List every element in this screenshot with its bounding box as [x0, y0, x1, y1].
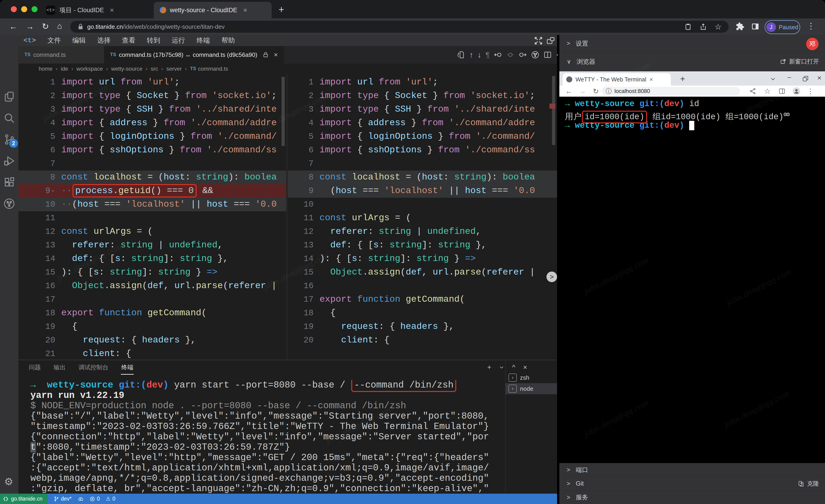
panel-tab-output[interactable]: 输出	[54, 363, 66, 371]
editor-tab-command-ts[interactable]: TS command.ts	[18, 46, 104, 64]
breadcrumb-file[interactable]: command.ts	[198, 66, 228, 72]
restore-window-icon[interactable]	[802, 76, 809, 82]
panel-tab-terminal[interactable]: 终端	[121, 363, 133, 371]
scrollbar-thumb[interactable]	[282, 77, 285, 146]
terminal-dropdown-icon[interactable]	[499, 365, 504, 370]
terminal-line: {"label":"Wetty","level":"http","message…	[30, 452, 507, 463]
browser-menu-icon[interactable]: ⋮	[807, 21, 815, 31]
embedded-address-bar[interactable]: ⓘ localhost:8080	[602, 87, 740, 95]
tab-search-chevron-icon[interactable]	[770, 76, 776, 82]
panel-tab-debug-console[interactable]: 调试控制台	[78, 363, 108, 371]
browser-menu-icon[interactable]: ⋮	[807, 87, 814, 95]
run-debug-icon[interactable]	[3, 155, 15, 167]
maximize-window-button[interactable]	[31, 6, 38, 12]
fullscreen-icon[interactable]	[534, 36, 543, 46]
sync-indicator[interactable]	[78, 496, 84, 502]
close-tab-icon[interactable]: ×	[650, 76, 653, 83]
close-tab-icon[interactable]: ×	[110, 6, 114, 14]
menu-terminal[interactable]: 终端	[197, 36, 210, 45]
close-window-button[interactable]	[11, 6, 17, 12]
close-panel-icon[interactable]: ×	[523, 363, 527, 371]
menu-help[interactable]: 帮助	[221, 36, 235, 45]
new-tab-button[interactable]: +	[279, 4, 284, 15]
section-git[interactable]: > Git 克隆	[559, 477, 825, 491]
explorer-icon[interactable]	[3, 91, 15, 103]
project-manager-icon[interactable]	[3, 198, 15, 209]
menu-file[interactable]: 文件	[48, 36, 61, 45]
extensions-puzzle-icon[interactable]	[736, 22, 744, 31]
minimize-icon[interactable]: −	[787, 74, 792, 81]
new-terminal-icon[interactable]: +	[487, 363, 492, 371]
new-tab-icon[interactable]: +	[680, 74, 685, 84]
chevron-collapsed-icon: >	[567, 480, 570, 487]
diff-modified-pane[interactable]: 1import url from 'url';2import type { So…	[288, 74, 557, 360]
compare-icon[interactable]	[531, 51, 539, 59]
back-icon[interactable]: ←	[565, 87, 572, 95]
diff-original-pane[interactable]: 1import url from 'url';2import type { So…	[18, 74, 286, 360]
forward-icon[interactable]: →	[26, 22, 34, 31]
browser-tab-wetty-source[interactable]: wetty-source - CloudIDE ×	[154, 2, 272, 18]
editor-tab-diff[interactable]: TS command.ts (17b75c98) ↔ command.ts (d…	[104, 46, 284, 64]
menu-run[interactable]: 运行	[172, 36, 185, 45]
breadcrumb-item[interactable]: ide	[61, 66, 68, 72]
breadcrumb-item[interactable]: wetty-source	[111, 66, 143, 72]
layout-icon[interactable]	[546, 36, 556, 46]
section-browser[interactable]: ∨ 浏览器 新窗口打开	[559, 52, 825, 71]
errors-indicator[interactable]: 0	[89, 496, 100, 502]
panel-toggle-chevron[interactable]: >	[546, 271, 557, 282]
git-branch-indicator[interactable]: dev*	[54, 496, 72, 502]
next-change-icon[interactable]	[519, 51, 527, 59]
menu-goto[interactable]: 转到	[147, 36, 160, 45]
menu-view[interactable]: 查看	[122, 36, 135, 45]
breadcrumb-item[interactable]: home	[39, 66, 53, 72]
split-editor-icon[interactable]	[543, 51, 552, 59]
search-icon[interactable]	[3, 112, 15, 124]
next-icon[interactable]: ↓	[477, 51, 481, 59]
cloud-upload-icon	[78, 496, 84, 502]
menu-edit[interactable]: 编辑	[72, 36, 86, 45]
close-window-icon[interactable]: ×	[817, 74, 822, 82]
clone-button[interactable]: 克隆	[798, 480, 819, 488]
chevron-right-icon: ›	[71, 66, 73, 72]
terminal-list: › zsh › node	[505, 372, 557, 394]
whitespace-icon[interactable]: ¶	[485, 51, 490, 59]
close-tab-icon[interactable]: ×	[243, 6, 247, 14]
section-services[interactable]: > 服务	[559, 491, 825, 504]
clipboard-icon[interactable]	[684, 23, 692, 30]
terminal-list-item-zsh[interactable]: › zsh	[505, 372, 557, 383]
maximize-panel-icon[interactable]: ^	[512, 363, 515, 371]
share-icon[interactable]	[749, 88, 756, 95]
share-icon[interactable]	[699, 23, 707, 30]
home-icon[interactable]: ⌂	[57, 21, 62, 31]
address-bar[interactable]: go.titanide.cn/ide/web/coding/wetty-sour…	[70, 21, 729, 33]
previous-icon[interactable]: ↑	[469, 51, 473, 59]
menu-selection[interactable]: 选择	[97, 36, 110, 45]
section-ports[interactable]: > 端口	[559, 463, 825, 477]
section-settings[interactable]: > 设置 邓	[559, 35, 825, 52]
ts-icon: TS	[110, 52, 116, 58]
bookmark-star-icon[interactable]: ☆	[715, 22, 722, 31]
panel-tab-problems[interactable]: 问题	[29, 363, 41, 371]
user-avatar[interactable]: 邓	[806, 38, 819, 50]
scrollbar-thumb[interactable]	[552, 76, 555, 145]
terminal-output[interactable]: → wetty-source git:(dev) yarn start --po…	[30, 380, 507, 494]
settings-gear-icon[interactable]: ⚙	[4, 476, 13, 487]
reload-icon[interactable]: ↻	[42, 22, 49, 31]
breadcrumb-item[interactable]: src	[151, 66, 158, 72]
browser-tab-project[interactable]: <t> 项目 - CloudIDE ×	[46, 2, 153, 18]
open-new-window-button[interactable]: 新窗口打开	[780, 58, 819, 66]
extensions-icon[interactable]	[3, 176, 15, 188]
side-panel-icon[interactable]	[751, 22, 760, 31]
prev-change-icon[interactable]	[494, 51, 502, 59]
profile-chip[interactable]: J Paused	[765, 20, 800, 34]
minimize-window-button[interactable]	[21, 6, 27, 12]
back-icon[interactable]: ←	[9, 22, 17, 31]
open-file-icon[interactable]	[457, 51, 465, 59]
terminal-line: "timestamp":"2023-02-03T03:26:59.766Z","…	[30, 421, 507, 432]
breadcrumb-item[interactable]: server	[166, 66, 182, 72]
remote-indicator[interactable]: go.titanide.cn	[0, 494, 48, 504]
terminal-list-item-node[interactable]: › node	[505, 383, 557, 394]
breadcrumb-item[interactable]: workspace	[76, 66, 103, 72]
close-tab-icon[interactable]: ×	[274, 51, 278, 59]
warnings-indicator[interactable]: ⚠ 0	[106, 496, 115, 502]
